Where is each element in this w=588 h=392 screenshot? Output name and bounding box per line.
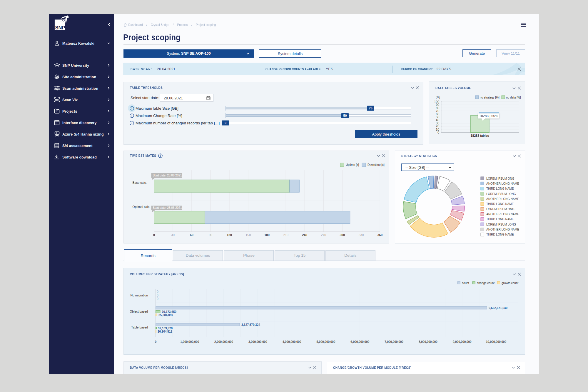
- svg-text:120: 120: [227, 233, 232, 237]
- svg-text:[%]: [%]: [436, 95, 440, 99]
- svg-text:25,384,097: 25,384,097: [158, 313, 173, 317]
- svg-text:0: 0: [157, 297, 158, 301]
- svg-text:Table based: Table based: [131, 326, 148, 329]
- svg-text:Base calc.: Base calc.: [133, 181, 147, 184]
- svg-text:LOREM IPSUM LONG: LOREM IPSUM LONG: [486, 192, 516, 196]
- svg-text:SNP: SNP: [55, 25, 65, 30]
- svg-text:Uptime [x]: Uptime [x]: [346, 163, 359, 166]
- svg-text:75: 75: [369, 106, 372, 110]
- svg-text:0: 0: [157, 294, 158, 297]
- svg-text:3,000,000,000: 3,000,000,000: [248, 340, 267, 343]
- svg-text:50: 50: [343, 114, 347, 117]
- svg-text:no data [%]: no data [%]: [506, 96, 521, 99]
- svg-text:ANOTHER LONG NAME: ANOTHER LONG NAME: [486, 213, 519, 216]
- svg-text:16,904,512: 16,904,512: [158, 330, 172, 333]
- svg-text:count: count: [462, 281, 469, 285]
- svg-text:210: 210: [283, 233, 288, 237]
- svg-text:270: 270: [321, 233, 326, 237]
- svg-text:1,000,000,000: 1,000,000,000: [180, 340, 199, 343]
- svg-text:Object based: Object based: [130, 310, 148, 313]
- svg-text:90: 90: [209, 233, 212, 237]
- svg-text:growth count: growth count: [502, 281, 518, 285]
- svg-text:0: 0: [155, 340, 157, 343]
- svg-text:0: 0: [157, 290, 158, 293]
- svg-text:240: 240: [302, 233, 307, 237]
- svg-text:THIRD LONG NAME: THIRD LONG NAME: [486, 218, 514, 221]
- svg-text:18283 tables: 18283 tables: [471, 134, 489, 137]
- svg-text:THIRD LONG NAME: THIRD LONG NAME: [486, 202, 514, 206]
- svg-text:0: 0: [153, 233, 155, 237]
- svg-text:4,000,000,000: 4,000,000,000: [283, 340, 301, 343]
- svg-text:0: 0: [437, 131, 439, 134]
- svg-text:18283 | 55%: 18283 | 55%: [479, 114, 498, 118]
- svg-text:ANOTHER LONG NAME: ANOTHER LONG NAME: [486, 182, 519, 185]
- svg-text:no strategy [%]: no strategy [%]: [480, 96, 500, 99]
- svg-text:ANOTHER LONG NAME: ANOTHER LONG NAME: [486, 197, 519, 201]
- svg-text:180: 180: [264, 233, 270, 237]
- svg-text:Optimal calc.: Optimal calc.: [133, 205, 151, 208]
- svg-text:3,327,679,324: 3,327,679,324: [241, 323, 260, 326]
- svg-text:9,662,671,540: 9,662,671,540: [489, 306, 507, 310]
- svg-text:LOREM IPSUM ONG: LOREM IPSUM ONG: [486, 177, 514, 180]
- svg-text:LOREM IPSUM LONG: LOREM IPSUM LONG: [486, 223, 516, 226]
- svg-text:THIRD LONG NAME: THIRD LONG NAME: [486, 187, 514, 190]
- svg-text:ANOTHER LONG NAME: ANOTHER LONG NAME: [486, 228, 519, 231]
- svg-text:300: 300: [340, 233, 345, 237]
- svg-text:150: 150: [245, 233, 251, 237]
- svg-text:Start date: 28.06.2021: Start date: 28.06.2021: [153, 206, 182, 209]
- svg-text:5,000,000,000: 5,000,000,000: [317, 340, 335, 343]
- svg-text:37,109,820: 37,109,820: [158, 327, 173, 330]
- svg-text:0: 0: [225, 121, 226, 125]
- svg-text:60: 60: [190, 233, 193, 237]
- svg-text:7,000,000,000: 7,000,000,000: [385, 340, 403, 343]
- svg-text:9,000,000,000: 9,000,000,000: [453, 340, 472, 343]
- svg-text:6,000,000,000: 6,000,000,000: [350, 340, 369, 343]
- svg-text:LOREM IPSUM ONG: LOREM IPSUM ONG: [486, 208, 514, 211]
- svg-text:2,000,000,000: 2,000,000,000: [214, 340, 233, 343]
- svg-text:change count: change count: [477, 281, 495, 285]
- svg-text:8,000,000,000: 8,000,000,000: [419, 340, 437, 343]
- svg-text:360: 360: [377, 233, 383, 237]
- svg-text:10,000,000,000: 10,000,000,000: [486, 340, 507, 343]
- svg-text:70,173,650: 70,173,650: [162, 310, 176, 313]
- svg-text:330: 330: [359, 233, 364, 237]
- svg-text:30: 30: [171, 233, 175, 237]
- svg-text:Start date: 28.06.2021: Start date: 28.06.2021: [153, 174, 182, 177]
- svg-text:No migration: No migration: [130, 293, 148, 297]
- svg-text:THIRD LONG NAME: THIRD LONG NAME: [486, 233, 514, 236]
- svg-text:Downtime [x]: Downtime [x]: [368, 163, 385, 166]
